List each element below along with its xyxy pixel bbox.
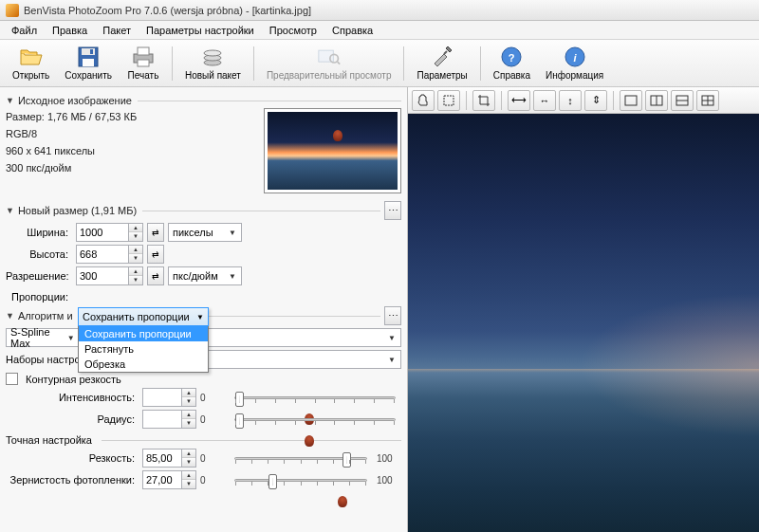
grain-input[interactable]: ▲▼ [142, 470, 196, 489]
hand-tool-button[interactable] [412, 90, 435, 111]
open-button[interactable]: Открыть [6, 42, 56, 85]
save-button[interactable]: Сохранить [58, 42, 119, 85]
svg-rect-3 [90, 49, 93, 54]
radius-input[interactable]: ▲▼ [142, 410, 196, 429]
magnifier-image-icon [318, 46, 341, 68]
radius-label: Радиус: [6, 413, 139, 425]
sharpness-input[interactable]: ▲▼ [142, 449, 196, 468]
help-icon: ? [500, 46, 523, 68]
toolbar-separator [172, 46, 173, 81]
source-thumbnail [264, 108, 401, 193]
left-panel: ▼ Исходное изображение Размер: 1,76 МБ /… [0, 87, 408, 532]
collapse-icon: ▼ [6, 311, 14, 321]
crop-tool-button[interactable] [472, 90, 495, 111]
radius-slider[interactable] [234, 410, 396, 429]
marquee-tool-button[interactable] [437, 90, 460, 111]
printer-icon [132, 46, 155, 68]
window-title: BenVista PhotoZoom Pro 7.0.6 (wersja pró… [24, 5, 311, 16]
intensity-slider[interactable] [234, 388, 396, 407]
link-button[interactable]: ⇄ [147, 266, 164, 285]
svg-rect-2 [83, 59, 94, 66]
sharpness-label: Резкость: [6, 452, 139, 464]
source-info: Размер: 1,76 МБ / 67,53 КБ RGB/8 960 x 6… [6, 108, 137, 193]
app-icon [6, 4, 19, 17]
split-none-button[interactable] [620, 90, 642, 111]
resolution-input[interactable]: ▲▼ [76, 266, 143, 285]
split-h-button[interactable] [671, 90, 694, 111]
proportions-dropdown[interactable]: Сохранить пропорции▼ Сохранить пропорции… [78, 307, 209, 373]
dropdown-option[interactable]: Обрезка [79, 357, 208, 372]
split-quad-button[interactable] [696, 90, 719, 111]
section-newsize[interactable]: ▼ Новый размер (1,91 МБ) ⋯ [6, 201, 401, 220]
dropdown-option[interactable]: Сохранить пропорции [79, 326, 208, 341]
svg-rect-19 [625, 96, 637, 105]
menu-help[interactable]: Справка [324, 23, 380, 38]
resolution-label: Разрешение: [6, 270, 72, 282]
width-input[interactable]: ▲▼ [76, 223, 143, 242]
new-batch-button[interactable]: Новый пакет [178, 42, 248, 85]
preview-button[interactable]: Предварительный просмотр [260, 42, 398, 85]
svg-line-13 [444, 51, 447, 54]
nav-right-button[interactable]: ↔ [533, 90, 556, 111]
menubar: Файл Правка Пакет Параметры настройки Пр… [0, 21, 759, 40]
right-panel: ⟷ ↔ ↕ ⇕ [408, 87, 759, 532]
main-toolbar: Открыть Сохранить Печать Новый пакет Пре… [0, 40, 759, 87]
intensity-input[interactable]: ▲▼ [142, 388, 196, 407]
width-label: Ширина: [6, 227, 72, 238]
collapse-icon: ▼ [6, 96, 14, 105]
svg-rect-5 [138, 47, 149, 55]
info-button[interactable]: i Информация [539, 42, 610, 85]
contour-label: Контурная резкость [26, 374, 121, 385]
tools-icon [431, 46, 454, 68]
preview-toolbar: ⟷ ↔ ↕ ⇕ [408, 87, 759, 114]
help-button[interactable]: ? Справка [487, 42, 537, 85]
info-icon: i [564, 46, 586, 68]
link-button[interactable]: ⇄ [147, 245, 164, 264]
newsize-options-button[interactable]: ⋯ [384, 201, 401, 220]
folder-open-icon [20, 46, 43, 68]
finetune-label: Точная настройка [6, 434, 92, 446]
method-combo[interactable]: S-Spline Max▼ [6, 328, 80, 347]
toolbar-separator [480, 46, 481, 81]
menu-file[interactable]: Файл [4, 23, 45, 38]
image-preview[interactable] [408, 114, 759, 532]
resolution-unit-combo[interactable]: пкс/дюйм▼ [168, 266, 242, 285]
titlebar: BenVista PhotoZoom Pro 7.0.6 (wersja pró… [0, 0, 759, 21]
height-label: Высота: [6, 248, 72, 260]
nav-up-button[interactable]: ↕ [559, 90, 582, 111]
sharpness-slider[interactable] [234, 449, 367, 468]
print-button[interactable]: Печать [120, 42, 166, 85]
svg-line-12 [337, 62, 340, 64]
split-v-button[interactable] [645, 90, 668, 111]
height-input[interactable]: ▲▼ [76, 245, 143, 264]
svg-text:?: ? [509, 52, 515, 64]
intensity-label: Интенсивность: [6, 392, 139, 403]
section-source[interactable]: ▼ Исходное изображение [6, 95, 401, 106]
nav-down-button[interactable]: ⇕ [584, 90, 607, 111]
menu-view[interactable]: Просмотр [262, 23, 324, 38]
params-button[interactable]: Параметры [410, 42, 473, 85]
toolbar-separator [253, 46, 254, 81]
collapse-icon: ▼ [6, 206, 14, 215]
menu-params[interactable]: Параметры настройки [139, 23, 262, 38]
dropdown-option[interactable]: Растянуть [79, 341, 208, 357]
width-unit-combo[interactable]: пикселы▼ [168, 223, 242, 242]
svg-rect-18 [444, 96, 454, 105]
proportions-label: Пропорции: [6, 291, 72, 303]
floppy-icon [77, 46, 100, 68]
menu-edit[interactable]: Правка [45, 23, 95, 38]
menu-batch[interactable]: Пакет [95, 23, 139, 38]
grain-label: Зернистость фотопленки: [6, 474, 139, 486]
algo-options-button[interactable]: ⋯ [384, 306, 401, 325]
svg-rect-6 [138, 60, 149, 66]
link-button[interactable]: ⇄ [147, 223, 164, 242]
nav-left-button[interactable]: ⟷ [508, 90, 530, 111]
toolbar-separator [403, 46, 404, 81]
grain-slider[interactable] [234, 470, 367, 489]
contour-checkbox[interactable] [6, 373, 18, 385]
batch-icon [201, 46, 224, 68]
svg-point-9 [204, 50, 221, 56]
